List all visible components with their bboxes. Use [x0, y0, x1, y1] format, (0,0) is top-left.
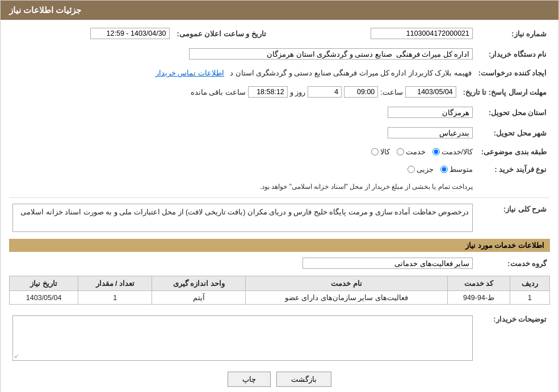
table-cell-kod: ط-94-949 — [448, 291, 510, 305]
kala-khedmat-label: کالا/خدمت — [442, 147, 473, 156]
kala-khedmat-radio[interactable] — [432, 148, 440, 155]
roz-value-input[interactable] — [308, 86, 342, 98]
table-cell-tarikh: 1403/05/04 — [10, 291, 78, 305]
print-button[interactable]: چاپ — [228, 372, 271, 387]
sharh-value: درخصوص حفاظت آماده سازی و مرمت پایگاه خل… — [20, 208, 469, 216]
ijad-konande-label: ایجاد کننده درخواست: — [475, 66, 550, 79]
shomara-niaz-label: شماره نیاز: — [476, 26, 550, 41]
kala-khedmat-radio-label[interactable]: کالا/خدمت — [432, 147, 473, 156]
table-cell-nam: فعالیت‌های سایر سازمان‌های دارای عضو — [245, 291, 447, 305]
tosehat-label: توضیحات خریدار: — [476, 310, 550, 363]
noaa-label: نوع فرآیند خرید : — [476, 163, 550, 176]
jozyi-radio-label[interactable]: جزیی — [407, 165, 434, 174]
mohlat-date-input[interactable] — [405, 86, 456, 98]
shahr-input[interactable] — [388, 127, 473, 138]
page-header: جزئیات اطلاعات نیاز — [1, 1, 558, 20]
remaining-time-input[interactable] — [248, 86, 288, 98]
roz-label: روز و — [290, 88, 305, 96]
table-row: 1ط-94-949فعالیت‌های سایر سازمان‌های دارا… — [10, 291, 550, 305]
buttons-row: بازگشت چاپ — [9, 372, 550, 387]
col-vahed: واحد اندازه گیری — [152, 276, 245, 291]
motavasset-radio-label[interactable]: متوسط — [440, 165, 473, 174]
mohlat-label: مهلت ارسال پاسخ: تا تاریخ: — [460, 84, 550, 100]
tarikh-ilan-label: تاریخ و ساعت اعلان عمومی: — [173, 26, 270, 41]
buyer-desc-box: ↙ — [12, 315, 473, 361]
gorohe-khedmat-label: گروه خدمت: — [476, 255, 550, 271]
ijad-konande-value: فهیمه بلارک کاربرداز اداره کل میراث فرهن… — [230, 69, 472, 77]
khedmat-radio[interactable] — [397, 148, 404, 155]
khedmat-radio-label[interactable]: خدمت — [397, 147, 426, 156]
tamas-khardar-link[interactable]: اطلاعات تماس خریدار — [155, 69, 224, 77]
col-kod: کد خدمت — [448, 276, 510, 291]
back-button[interactable]: بازگشت — [276, 372, 331, 387]
mohlat-time-input[interactable] — [344, 86, 378, 98]
motavasset-label: متوسط — [449, 165, 473, 174]
sharh-label: شرح کلی نیاز: — [476, 201, 550, 234]
nam-dastgah-input[interactable] — [189, 48, 473, 60]
kala-radio-label[interactable]: کالا — [371, 147, 390, 156]
ostan-input[interactable] — [388, 107, 473, 118]
shahr-label: شهر محل تحویل: — [476, 125, 550, 141]
jozyi-label: جزیی — [417, 165, 434, 174]
col-tedad: تعداد / مقدار — [78, 276, 152, 291]
buyer-desc-resize: ↙ — [14, 353, 19, 359]
page-title: جزئیات اطلاعات نیاز — [9, 5, 81, 15]
services-section-title: اطلاعات خدمات مورد نیاز — [9, 239, 550, 252]
col-nam: نام خدمت — [245, 276, 447, 291]
tabaqe-label: طبقه بندی موضوعی: — [476, 145, 550, 158]
payment-note: پرداخت تمام یا بخشی از مبلغ خریدار از مح… — [260, 183, 473, 191]
motavasset-radio[interactable] — [440, 166, 448, 173]
gorohe-khedmat-input[interactable] — [302, 258, 473, 269]
col-tarikh: تاریخ نیاز — [10, 276, 78, 291]
services-table: ردیف کد خدمت نام خدمت واحد اندازه گیری ت… — [9, 276, 550, 305]
ostan-label: استان محل تحویل: — [476, 104, 550, 120]
sharh-box: درخصوص حفاظت آماده سازی و مرمت پایگاه خل… — [12, 204, 473, 232]
jozyi-radio[interactable] — [407, 166, 415, 173]
time-label: ساعت: — [380, 88, 402, 96]
col-radif: ردیف — [510, 276, 549, 291]
khedmat-label: خدمت — [406, 147, 426, 156]
nam-dastgah-label: نام دستگاه خریدار: — [476, 46, 550, 62]
mande-label: ساعت باقی مانده — [191, 88, 246, 96]
kala-label: کالا — [380, 147, 390, 156]
kala-radio[interactable] — [371, 148, 379, 155]
divider-1 — [9, 197, 550, 198]
tarikh-ilan-input[interactable] — [90, 28, 170, 39]
shomara-niaz-input[interactable] — [371, 28, 473, 39]
table-cell-tedad: 1 — [78, 291, 152, 305]
table-cell-vahed: آیتم — [152, 291, 245, 305]
table-cell-radif: 1 — [510, 291, 549, 305]
